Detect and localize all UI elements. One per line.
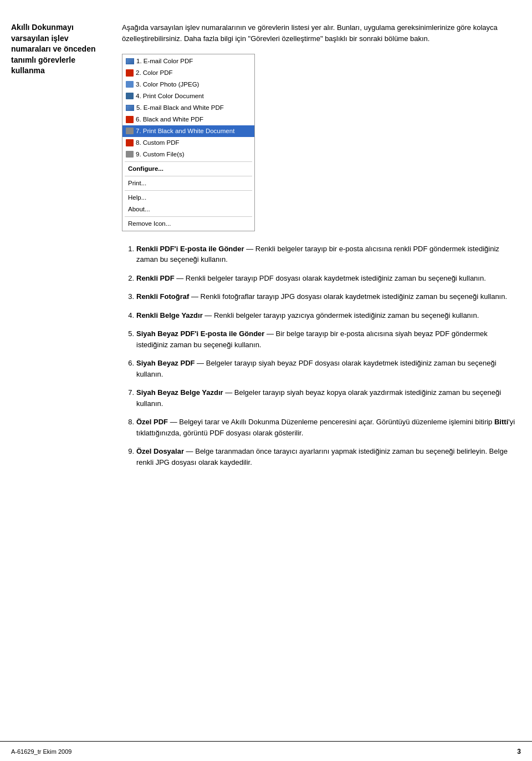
menu-print: Print... [122,177,254,189]
menu-label-5: 5. E-mail Black and White PDF [136,103,224,113]
list-item-9: 9. Özel Dosyalar — Belge taranmadan önce… [122,446,515,468]
menu-label-2: 2. Color PDF [136,68,172,78]
rest-text-4: — Renkli belgeler tarayıp yazıcıya gönde… [203,311,479,319]
list-item-3: 3. Renkli Fotoğraf — Renkli fotoğraflar … [122,291,515,302]
menu-separator-4 [125,216,252,217]
list-content-3: Renkli Fotoğraf — Renkli fotoğraflar tar… [136,291,515,302]
print-label: Print... [126,178,146,189]
list-item-2: 2. Renkli PDF — Renkli belgeler tarayıp … [122,273,515,284]
list-num-4: 4. [122,310,134,321]
list-content-4: Renkli Belge Yazdır — Renkli belgeler ta… [136,310,515,321]
mid-bold-8: Bitti [494,418,508,426]
menu-dropdown-box: 1. E-mail Color PDF 2. Color PDF 3. Colo… [122,54,255,231]
bold-text-1: Renkli PDF'i E-posta ile Gönder [136,245,244,253]
rest-text-8a: — Belgeyi tarar ve Akıllı Dokunma Düzenl… [168,418,494,426]
custom-pdf-icon-8 [126,139,134,146]
list-content-6: Siyah Beyaz PDF — Belgeler tarayıp siyah… [136,358,515,379]
menu-configure: Configure... [122,163,254,175]
list-num-5: 5. [122,328,134,339]
rest-text-2: — Renkli belgeler tarayıp PDF dosyası ol… [175,274,486,282]
menu-item-6: 6. Black and White PDF [122,114,254,125]
rest-text-3: — Renkli fotoğraflar tarayıp JPG dosyası… [189,292,507,301]
list-item-4: 4. Renkli Belge Yazdır — Renkli belgeler… [122,310,515,321]
about-label: About... [126,204,150,215]
email-bw-icon-5 [126,105,134,111]
bold-text-5: Siyah Beyaz PDF'i E-posta ile Gönder [136,329,264,338]
pdf-icon-2 [126,69,134,77]
sidebar: Akıllı Dokunmayı varsayılan işlev numara… [0,17,111,708]
bold-text-9: Özel Dosyalar [136,447,184,455]
menu-item-4: 4. Print Color Document [122,90,254,102]
list-num-3: 3. [122,291,134,302]
menu-label-3: 3. Color Photo (JPEG) [136,79,199,90]
menu-label-8: 8. Custom PDF [136,138,180,148]
bold-text-7: Siyah Beyaz Belge Yazdır [136,388,223,397]
bold-text-3: Renkli Fotoğraf [136,292,189,301]
menu-remove-icon: Remove Icon... [122,218,254,230]
footer-left: A-61629_tr Ekim 2009 [11,748,71,755]
custom-files-icon-9 [126,151,134,158]
feature-list: 1. Renkli PDF'i E-posta ile Gönder — Ren… [122,243,515,468]
menu-separator-2 [125,176,252,176]
menu-item-5: 5. E-mail Black and White PDF [122,102,254,114]
printer-color-icon-4 [126,93,134,99]
list-item-6: 6. Siyah Beyaz PDF — Belgeler tarayıp si… [122,358,515,379]
footer-page-number: 3 [517,748,521,755]
menu-item-1: 1. E-mail Color PDF [122,55,254,67]
list-num-8: 8. [122,417,134,428]
list-num-6: 6. [122,358,134,369]
intro-paragraph: Aşağıda varsayılan işlev numaralarının v… [122,22,515,44]
help-label: Help... [126,192,146,203]
list-num-2: 2. [122,273,134,284]
list-content-9: Özel Dosyalar — Belge taranmadan önce ta… [136,446,515,468]
menu-item-7: 7. Print Black and White Document [122,125,254,137]
menu-separator-1 [125,161,252,162]
menu-label-7: 7. Print Black and White Document [136,126,234,136]
bold-text-6: Siyah Beyaz PDF [136,359,195,367]
page-container: Akıllı Dokunmayı varsayılan işlev numara… [0,0,532,761]
list-item-1: 1. Renkli PDF'i E-posta ile Gönder — Ren… [122,243,515,265]
footer: A-61629_tr Ekim 2009 3 [0,741,532,761]
list-num-7: 7. [122,387,134,398]
list-content-5: Siyah Beyaz PDF'i E-posta ile Gönder — B… [136,328,515,350]
menu-item-8: 8. Custom PDF [122,137,254,149]
remove-icon-label: Remove Icon... [126,219,171,229]
menu-label-6: 6. Black and White PDF [136,114,203,125]
list-num-9: 9. [122,446,134,457]
list-num-1: 1. [122,243,134,255]
printer-bw-icon-7 [126,128,134,134]
bold-text-2: Renkli PDF [136,274,175,282]
sidebar-title: Akıllı Dokunmayı varsayılan işlev numara… [11,22,100,77]
menu-label-9: 9. Custom File(s) [136,149,185,160]
menu-rows: 1. E-mail Color PDF 2. Color PDF 3. Colo… [122,54,254,231]
bold-text-8: Özel PDF [136,418,168,426]
menu-label-1: 1. E-mail Color PDF [136,56,193,67]
menu-separator-3 [125,190,252,191]
bold-text-4: Renkli Belge Yazdır [136,311,203,319]
menu-about: About... [122,204,254,215]
list-content-2: Renkli PDF — Renkli belgeler tarayıp PDF… [136,273,515,284]
list-content-7: Siyah Beyaz Belge Yazdır — Belgeler tara… [136,387,515,409]
list-content-8: Özel PDF — Belgeyi tarar ve Akıllı Dokun… [136,417,515,438]
menu-item-2: 2. Color PDF [122,67,254,79]
list-item-8: 8. Özel PDF — Belgeyi tarar ve Akıllı Do… [122,417,515,438]
menu-item-3: 3. Color Photo (JPEG) [122,79,254,90]
list-item-7: 7. Siyah Beyaz Belge Yazdır — Belgeler t… [122,387,515,409]
menu-label-4: 4. Print Color Document [136,91,204,102]
pdf-bw-icon-6 [126,116,134,123]
content-area: Aşağıda varsayılan işlev numaralarının v… [111,17,532,708]
configure-label: Configure... [126,164,163,174]
list-content-1: Renkli PDF'i E-posta ile Gönder — Renkli… [136,243,515,265]
email-icon-1 [126,58,134,64]
menu-help: Help... [122,192,254,204]
main-content: Akıllı Dokunmayı varsayılan işlev numara… [0,0,532,741]
menu-item-9: 9. Custom File(s) [122,149,254,160]
photo-icon-3 [126,81,134,88]
list-item-5: 5. Siyah Beyaz PDF'i E-posta ile Gönder … [122,328,515,350]
rest-text-9: — Belge taranmadan önce tarayıcı ayarlar… [136,447,508,466]
